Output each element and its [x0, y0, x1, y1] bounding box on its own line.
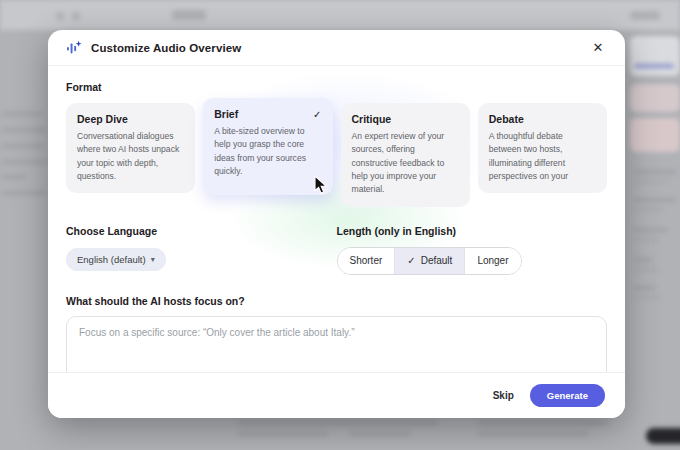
check-icon: ✓: [313, 109, 321, 120]
card-description: A bite-sized overview to help you grasp …: [214, 125, 321, 178]
card-description: Conversational dialogues where two AI ho…: [77, 130, 184, 183]
format-cards-row: Deep Dive Conversational dialogues where…: [66, 103, 607, 207]
format-card-critique[interactable]: Critique An expert review of your source…: [341, 103, 470, 207]
blurred-panel-accent: [634, 64, 674, 68]
length-option-shorter[interactable]: Shorter: [338, 248, 395, 274]
dialog-header: Customize Audio Overview ✕: [48, 30, 625, 66]
options-row: Choose Language English (default) ▾ Leng…: [66, 225, 607, 275]
blurred-bottom-line: [478, 432, 588, 436]
blurred-list-line: [634, 286, 656, 290]
segment-label: Shorter: [350, 255, 383, 266]
blurred-nav-dot: [56, 12, 64, 20]
blurred-bottom-line: [350, 432, 410, 436]
card-description: A thoughtful debate between two hosts, i…: [489, 130, 596, 183]
blurred-list-line: [634, 198, 676, 202]
blurred-sidebar-line: [2, 128, 46, 132]
segment-label: Longer: [477, 255, 508, 266]
blurred-list-line: [634, 296, 662, 299]
blurred-sidebar-line: [2, 112, 42, 116]
blurred-top-bar: [0, 0, 680, 30]
customize-audio-overview-dialog: Customize Audio Overview ✕ Format Deep D…: [48, 30, 625, 418]
generate-button[interactable]: Generate: [530, 384, 605, 407]
length-option-longer[interactable]: Longer: [464, 248, 520, 274]
length-column: Length (only in English) Shorter ✓ Defau…: [337, 225, 608, 275]
check-icon: ✓: [407, 255, 415, 266]
format-section-label: Format: [66, 81, 607, 93]
card-title: Debate: [489, 113, 524, 125]
language-section-label: Choose Language: [66, 225, 337, 237]
card-title: Deep Dive: [77, 113, 128, 125]
format-card-deep-dive[interactable]: Deep Dive Conversational dialogues where…: [66, 103, 195, 193]
blurred-list-line: [634, 258, 652, 262]
blurred-list-line: [634, 238, 660, 241]
blurred-list-line: [634, 180, 668, 183]
blurred-title-chip: [172, 10, 206, 20]
language-dropdown[interactable]: English (default) ▾: [66, 248, 166, 271]
dialog-title: Customize Audio Overview: [91, 42, 241, 54]
chevron-down-icon: ▾: [151, 255, 155, 264]
close-icon[interactable]: ✕: [589, 39, 607, 57]
length-section-label: Length (only in English): [337, 225, 608, 237]
blurred-list-line: [634, 208, 664, 211]
blurred-watermark-pill: [646, 428, 680, 444]
blurred-panel-card: [630, 36, 680, 76]
dialog-body: Format Deep Dive Conversational dialogue…: [48, 81, 625, 382]
focus-section-label: What should the AI hosts focus on?: [66, 295, 607, 307]
blurred-header-chip: [630, 11, 660, 20]
format-card-brief[interactable]: Brief ✓ A bite-sized overview to help yo…: [203, 98, 332, 195]
card-description: An expert review of your sources, offeri…: [352, 130, 459, 197]
blurred-sidebar-line: [2, 191, 47, 195]
blurred-bottom-line: [238, 432, 328, 436]
blurred-panel-card: [630, 118, 680, 152]
blurred-list-line: [634, 228, 668, 232]
blurred-sidebar-line: [2, 144, 44, 148]
blurred-sidebar-line: [2, 175, 26, 179]
segment-label: Default: [421, 255, 453, 266]
blurred-panel-card: [630, 84, 680, 112]
blurred-sidebar-line: [2, 160, 47, 164]
skip-button[interactable]: Skip: [493, 390, 514, 401]
blurred-list-line: [634, 268, 660, 271]
card-title: Critique: [352, 113, 392, 125]
language-selected-value: English (default): [77, 254, 146, 265]
language-column: Choose Language English (default) ▾: [66, 225, 337, 275]
format-card-debate[interactable]: Debate A thoughtful debate between two h…: [478, 103, 607, 193]
dialog-footer: Skip Generate: [48, 372, 625, 418]
blurred-bottom-line: [238, 421, 438, 425]
card-title: Brief: [214, 108, 238, 120]
blurred-list-line: [634, 170, 676, 174]
length-option-default[interactable]: ✓ Default: [394, 248, 464, 274]
blurred-nav-dot: [72, 12, 80, 20]
length-segmented-control: Shorter ✓ Default Longer: [337, 247, 522, 275]
audio-waveform-sparkle-icon: [66, 40, 82, 56]
blurred-bottom-line: [478, 421, 608, 425]
